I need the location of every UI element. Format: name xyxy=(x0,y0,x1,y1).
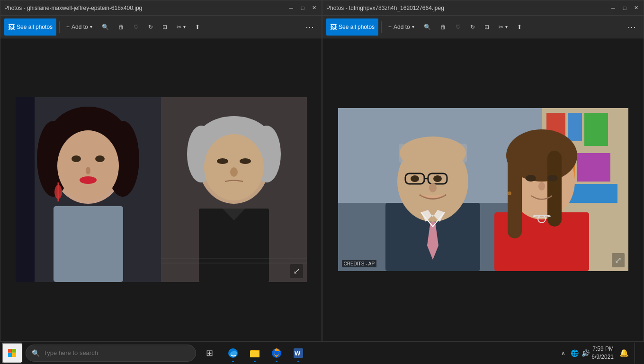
clock[interactable]: 7:59 PM 6/9/2021 xyxy=(591,345,614,361)
left-edit-button[interactable]: ✂ ▾ xyxy=(173,18,189,36)
right-face-panel xyxy=(161,97,307,282)
taskbar-search-icon: 🔍 xyxy=(32,349,40,357)
file-explorer-app-icon[interactable] xyxy=(244,343,265,364)
zoom-icon: 🔍 xyxy=(102,24,109,30)
right-share-icon: ⬆ xyxy=(517,24,522,30)
svg-rect-61 xyxy=(12,349,16,353)
start-button[interactable] xyxy=(2,343,23,364)
svg-point-10 xyxy=(80,176,97,184)
right-expand-button[interactable]: ⤢ xyxy=(612,253,625,267)
right-favorite-button[interactable]: ♡ xyxy=(452,18,465,36)
left-window-title: Photos - ghislaine-maxwell-jeffrey-epste… xyxy=(4,5,287,11)
svg-point-46 xyxy=(433,175,442,182)
left-share-button[interactable]: ⬆ xyxy=(191,18,204,36)
show-desktop-button[interactable] xyxy=(635,343,638,364)
firefox-app-icon[interactable] xyxy=(266,343,287,364)
right-see-all-photos-button[interactable]: 🖼 See all photos xyxy=(326,18,378,36)
time-display: 7:59 PM xyxy=(592,345,614,353)
right-edit-chevron-icon: ▾ xyxy=(505,24,508,29)
right-maximize-button[interactable]: □ xyxy=(621,4,628,12)
right-share-button[interactable]: ⬆ xyxy=(513,18,526,36)
taskbar-search[interactable]: 🔍 xyxy=(26,345,196,362)
left-see-all-photos-button[interactable]: 🖼 See all photos xyxy=(4,18,56,36)
left-maximize-button[interactable]: □ xyxy=(299,4,306,12)
svg-rect-66 xyxy=(250,351,259,357)
right-more-button[interactable]: ⋯ xyxy=(624,20,640,34)
right-crop-button[interactable]: ⊡ xyxy=(481,18,493,36)
right-crop-icon: ⊡ xyxy=(484,24,489,30)
network-icon: 🌐 xyxy=(571,349,579,357)
right-rotate-icon: ↻ xyxy=(470,24,475,30)
left-zoom-button[interactable]: 🔍 xyxy=(98,18,113,36)
left-crop-button[interactable]: ⊡ xyxy=(159,18,171,36)
svg-point-68 xyxy=(274,351,279,355)
left-add-to-button[interactable]: + Add to ▾ xyxy=(63,18,96,36)
svg-rect-34 xyxy=(584,113,608,146)
svg-rect-33 xyxy=(568,113,582,141)
right-rotate-button[interactable]: ↻ xyxy=(466,18,479,36)
right-heart-icon: ♡ xyxy=(456,24,461,30)
right-minimize-button[interactable]: ─ xyxy=(609,4,617,12)
left-more-button[interactable]: ⋯ xyxy=(302,20,318,34)
right-zoom-button[interactable]: 🔍 xyxy=(420,18,435,36)
photos-icon: 🖼 xyxy=(8,23,15,31)
right-photo-window: Photos - tqtmghpvx783zh4h_1620127664.jpe… xyxy=(322,0,644,341)
left-minimize-button[interactable]: ─ xyxy=(287,4,295,12)
left-toolbar: 🖼 See all photos + Add to ▾ 🔍 🗑 ♡ ↻ xyxy=(0,16,322,38)
edge-app-icon[interactable] xyxy=(223,343,243,364)
search-input[interactable] xyxy=(44,349,190,356)
right-delete-button[interactable]: 🗑 xyxy=(437,18,450,36)
right-photo-image: CREDITS - AP xyxy=(338,108,628,271)
left-photo-content: ⤢ xyxy=(0,38,322,341)
left-expand-button[interactable]: ⤢ xyxy=(290,264,303,278)
svg-point-55 xyxy=(547,175,558,182)
svg-point-41 xyxy=(400,136,466,170)
svg-point-59 xyxy=(508,191,511,195)
windows-logo-icon xyxy=(8,349,17,357)
svg-point-13 xyxy=(54,185,62,199)
svg-point-45 xyxy=(411,175,419,182)
svg-point-54 xyxy=(526,175,536,182)
left-photo-image xyxy=(16,97,307,282)
task-view-button[interactable]: ⊞ xyxy=(199,343,220,364)
right-photo-content: CREDITS - AP ⤢ xyxy=(322,38,644,341)
svg-rect-60 xyxy=(8,349,12,353)
left-favorite-button[interactable]: ♡ xyxy=(130,18,143,36)
word-app-icon[interactable]: W xyxy=(288,343,309,364)
svg-point-9 xyxy=(86,167,90,174)
left-face-panel xyxy=(16,97,161,282)
left-rotate-button[interactable]: ↻ xyxy=(144,18,157,36)
svg-rect-53 xyxy=(547,151,562,227)
svg-point-7 xyxy=(72,155,81,162)
rotate-icon: ↻ xyxy=(148,24,153,30)
right-edit-button[interactable]: ✂ ▾ xyxy=(495,18,511,36)
heart-icon: ♡ xyxy=(134,24,139,30)
volume-icon: 🔊 xyxy=(581,349,590,357)
crop-icon: ⊡ xyxy=(162,24,167,30)
svg-point-24 xyxy=(230,167,238,177)
right-photo-container: CREDITS - AP ⤢ xyxy=(338,108,628,271)
left-delete-button[interactable]: 🗑 xyxy=(115,18,128,36)
taskbar-right: ∧ 🌐 🔊 7:59 PM 6/9/2021 🔔 xyxy=(558,343,642,364)
right-window-title: Photos - tqtmghpvx783zh4h_1620127664.jpe… xyxy=(326,5,609,11)
left-close-button[interactable]: ✕ xyxy=(310,4,318,12)
svg-point-6 xyxy=(57,130,119,201)
svg-text:W: W xyxy=(295,350,301,357)
add-icon: + xyxy=(66,24,70,30)
task-view-icon: ⊞ xyxy=(206,348,213,358)
taskbar: 🔍 ⊞ xyxy=(0,341,644,364)
left-photo-container: ⤢ xyxy=(16,97,307,282)
edit-icon: ✂ xyxy=(177,24,181,30)
svg-rect-36 xyxy=(577,153,610,182)
right-edit-icon: ✂ xyxy=(499,24,503,30)
svg-rect-63 xyxy=(12,353,16,357)
show-hidden-icons-button[interactable]: ∧ xyxy=(558,343,568,364)
left-photo-window: Photos - ghislaine-maxwell-jeffrey-epste… xyxy=(0,0,322,341)
notification-center-button[interactable]: 🔔 xyxy=(616,343,633,364)
right-close-button[interactable]: ✕ xyxy=(632,4,640,12)
svg-rect-11 xyxy=(54,206,123,282)
right-zoom-icon: 🔍 xyxy=(424,24,431,30)
right-delete-icon: 🗑 xyxy=(440,24,446,30)
svg-point-22 xyxy=(217,158,228,164)
right-add-to-button[interactable]: + Add to ▾ xyxy=(385,18,418,36)
